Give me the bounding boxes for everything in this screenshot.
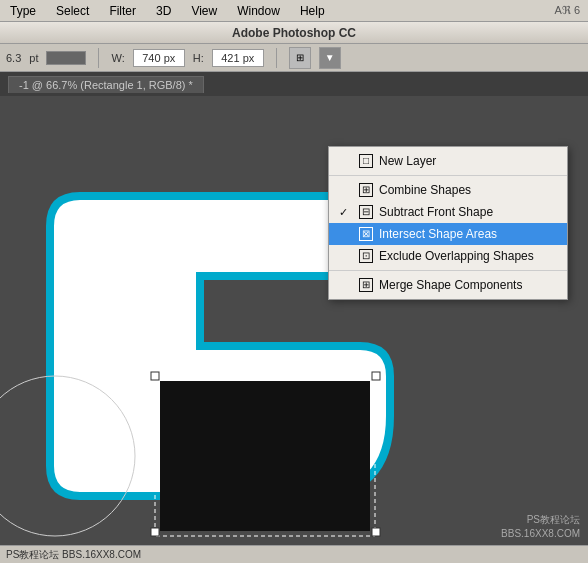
menu-separator-2 (329, 270, 567, 271)
menu-item-subtract-front-shape[interactable]: ⊟ Subtract Front Shape (329, 201, 567, 223)
svg-rect-5 (151, 528, 159, 536)
new-layer-icon: □ (359, 154, 373, 168)
menu-type[interactable]: Type (8, 4, 38, 18)
options-bar: 6.3 pt W: H: ⊞ ▼ (0, 44, 588, 72)
svg-rect-6 (372, 528, 380, 536)
ps-version-badge: Aℜ 6 (554, 4, 580, 17)
intersect-shape-icon: ⊠ (359, 227, 373, 241)
menu-item-exclude-overlapping[interactable]: ⊡ Exclude Overlapping Shapes (329, 245, 567, 267)
divider-2 (276, 48, 277, 68)
menu-select[interactable]: Select (54, 4, 91, 18)
tab-bar: -1 @ 66.7% (Rectangle 1, RGB/8) * (0, 72, 588, 96)
canvas-area: □ New Layer ⊞ Combine Shapes ⊟ Subtract … (0, 96, 588, 563)
exclude-overlapping-label: Exclude Overlapping Shapes (379, 249, 534, 263)
title-bar: Adobe Photoshop CC (0, 22, 588, 44)
width-input[interactable] (133, 49, 185, 67)
app-title: Adobe Photoshop CC (232, 26, 356, 40)
menu-3d[interactable]: 3D (154, 4, 173, 18)
menu-item-new-layer[interactable]: □ New Layer (329, 150, 567, 172)
svg-rect-3 (151, 372, 159, 380)
menu-item-combine-shapes[interactable]: ⊞ Combine Shapes (329, 179, 567, 201)
width-label: W: (111, 52, 124, 64)
combine-shapes-icon: ⊞ (359, 183, 373, 197)
status-text: PS教程论坛 BBS.16XX8.COM (6, 548, 141, 562)
divider-1 (98, 48, 99, 68)
menu-window[interactable]: Window (235, 4, 282, 18)
menu-item-merge-shape[interactable]: ⊞ Merge Shape Components (329, 274, 567, 296)
svg-rect-7 (160, 381, 370, 531)
merge-shape-icon: ⊞ (359, 278, 373, 292)
exclude-overlapping-icon: ⊡ (359, 249, 373, 263)
combine-shapes-label: Combine Shapes (379, 183, 471, 197)
height-input[interactable] (212, 49, 264, 67)
shape-mode-btn[interactable]: ⊞ (289, 47, 311, 69)
watermark-line2: BBS.16XX8.COM (501, 527, 580, 541)
svg-rect-4 (372, 372, 380, 380)
watermark-line1: PS教程论坛 (501, 513, 580, 527)
subtract-front-label: Subtract Front Shape (379, 205, 493, 219)
menu-help[interactable]: Help (298, 4, 327, 18)
menu-separator-1 (329, 175, 567, 176)
menu-bar: Type Select Filter 3D View Window Help A… (0, 0, 588, 22)
pt-unit-label: pt (29, 52, 38, 64)
menu-item-intersect-shape-areas[interactable]: ⊠ Intersect Shape Areas (329, 223, 567, 245)
menu-view[interactable]: View (189, 4, 219, 18)
menu-filter[interactable]: Filter (107, 4, 138, 18)
dropdown-menu: □ New Layer ⊞ Combine Shapes ⊟ Subtract … (328, 146, 568, 300)
intersect-shape-label: Intersect Shape Areas (379, 227, 497, 241)
watermark: PS教程论坛 BBS.16XX8.COM (501, 513, 580, 541)
subtract-front-icon: ⊟ (359, 205, 373, 219)
new-layer-label: New Layer (379, 154, 436, 168)
pt-value-label: 6.3 (6, 52, 21, 64)
stroke-preview (46, 51, 86, 65)
status-bar: PS教程论坛 BBS.16XX8.COM (0, 545, 588, 563)
height-label: H: (193, 52, 204, 64)
merge-shape-label: Merge Shape Components (379, 278, 522, 292)
file-tab[interactable]: -1 @ 66.7% (Rectangle 1, RGB/8) * (8, 76, 204, 93)
path-ops-btn[interactable]: ▼ (319, 47, 341, 69)
